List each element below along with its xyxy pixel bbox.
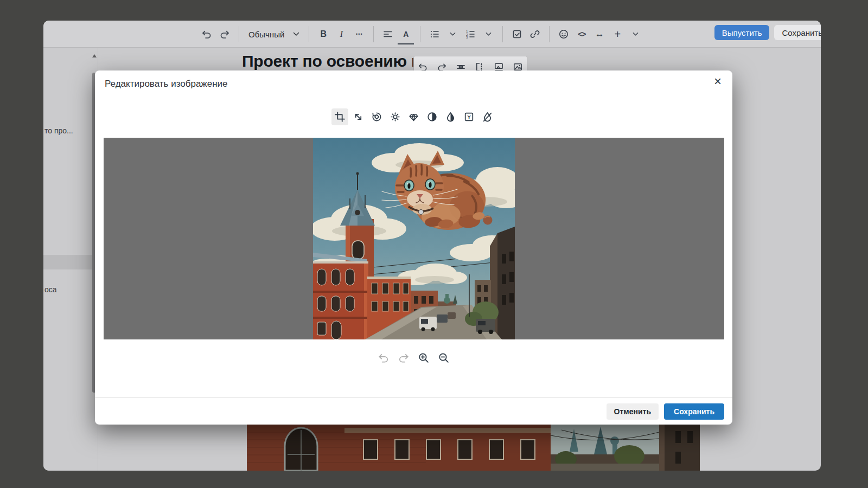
- modal-title: Редактировать изображение: [105, 79, 228, 89]
- code-button[interactable]: <>: [575, 26, 589, 42]
- full-width-button[interactable]: ↔: [592, 26, 607, 42]
- saturation-tool-icon[interactable]: [442, 108, 459, 125]
- numbered-list-icon[interactable]: 123: [463, 26, 477, 42]
- bullet-list-chevron-icon[interactable]: [445, 26, 459, 42]
- numbered-list-chevron-icon[interactable]: [481, 26, 495, 42]
- modal-footer: Отменить Сохранить: [95, 397, 732, 425]
- more-formatting-button[interactable]: •••: [352, 26, 366, 42]
- document-heading[interactable]: Проект по освоению кос: [242, 52, 438, 70]
- svg-text:Y: Y: [467, 114, 471, 120]
- publish-button[interactable]: Выпустить: [714, 25, 770, 40]
- contrast-tool-icon[interactable]: [424, 108, 441, 125]
- crop-tool-icon[interactable]: [331, 108, 348, 125]
- save-document-button[interactable]: Сохранить: [774, 25, 821, 40]
- toolbar-separator: [502, 26, 503, 42]
- sidebar-item-selected[interactable]: оса: [44, 285, 57, 294]
- scrollbar-up-arrow-icon[interactable]: [92, 54, 97, 57]
- window-actions: Выпустить Сохранить: [714, 25, 821, 40]
- resize-tool-icon[interactable]: [350, 108, 367, 125]
- image-edit-canvas[interactable]: [104, 138, 724, 339]
- rotate-tool-icon[interactable]: [368, 108, 385, 125]
- grayscale-tool-icon[interactable]: Y: [461, 108, 477, 125]
- image-tools-row: Y: [95, 108, 732, 125]
- toolbar-separator: [373, 26, 374, 42]
- svg-text:3: 3: [466, 36, 468, 39]
- zoom-in-icon[interactable]: [417, 351, 430, 364]
- toolbar-separator: [239, 26, 239, 42]
- toolbar-separator: [549, 26, 550, 42]
- clarity-tool-icon[interactable]: [405, 108, 422, 125]
- edit-redo-icon[interactable]: [397, 351, 410, 364]
- edit-undo-icon[interactable]: [377, 351, 390, 364]
- close-icon[interactable]: ×: [714, 75, 722, 88]
- toolbar-separator: [420, 26, 420, 42]
- screen: Обычный B I ••• A: [0, 0, 868, 488]
- paragraph-style-label: Обычный: [248, 30, 284, 39]
- redo-icon[interactable]: [218, 26, 232, 42]
- brightness-tool-icon[interactable]: [387, 108, 404, 125]
- bullet-list-icon[interactable]: [427, 26, 442, 42]
- paragraph-style-dropdown[interactable]: Обычный: [246, 30, 302, 39]
- document-image[interactable]: [247, 425, 700, 471]
- sidebar: то про... оса Astore: [43, 48, 98, 471]
- canvas-controls: [95, 351, 732, 364]
- remove-color-tool-icon[interactable]: [479, 108, 496, 125]
- insert-block-button[interactable]: +: [610, 26, 624, 42]
- editor-toolbar: Обычный B I ••• A: [43, 21, 821, 48]
- flying-cat-photo: [313, 138, 515, 339]
- cancel-button[interactable]: Отменить: [607, 403, 659, 420]
- bold-button[interactable]: B: [316, 26, 330, 42]
- undo-icon[interactable]: [200, 26, 214, 42]
- text-color-button[interactable]: A: [399, 26, 413, 42]
- sidebar-item-truncated[interactable]: то про...: [44, 126, 73, 135]
- zoom-out-icon[interactable]: [437, 351, 450, 364]
- emoji-icon[interactable]: [557, 26, 571, 42]
- edit-image-modal: Редактировать изображение ×: [95, 70, 732, 425]
- checkbox-list-icon[interactable]: [510, 26, 524, 42]
- street-painting-bottom: [247, 425, 700, 471]
- toolbar-separator: [309, 26, 309, 42]
- save-button[interactable]: Сохранить: [664, 403, 724, 420]
- chevron-down-icon: [293, 32, 299, 36]
- sidebar-selected-row[interactable]: [43, 255, 92, 269]
- align-icon[interactable]: [381, 26, 395, 42]
- editor-toolbar-icons: Обычный B I ••• A: [200, 21, 642, 48]
- link-icon[interactable]: [528, 26, 542, 42]
- insert-chevron-icon[interactable]: [628, 26, 642, 42]
- italic-button[interactable]: I: [334, 26, 348, 42]
